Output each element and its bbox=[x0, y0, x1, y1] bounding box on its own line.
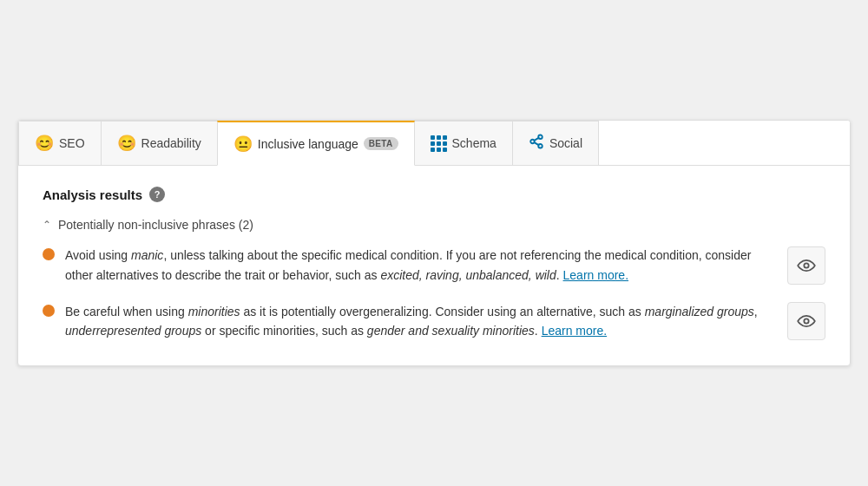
tab-schema-label: Schema bbox=[452, 136, 496, 150]
schema-grid-icon bbox=[431, 135, 447, 152]
help-icon[interactable]: ? bbox=[149, 187, 165, 202]
learn-more-link-2[interactable]: Learn more. bbox=[542, 324, 607, 338]
orange-dot-2 bbox=[43, 305, 55, 317]
eye-icon-1 bbox=[797, 259, 816, 273]
svg-point-6 bbox=[804, 319, 808, 324]
tab-inclusive[interactable]: 😐 Inclusive language Beta bbox=[217, 121, 415, 166]
tab-social[interactable]: Social bbox=[512, 121, 599, 165]
tab-seo-label: SEO bbox=[59, 136, 85, 150]
result-text-1: Avoid using manic, unless talking about … bbox=[65, 246, 777, 285]
seo-face-icon: 😊 bbox=[35, 135, 54, 151]
eye-button-1[interactable] bbox=[787, 246, 825, 285]
analysis-title: Analysis results bbox=[43, 187, 142, 202]
readability-face-icon: 😊 bbox=[117, 135, 136, 151]
svg-line-4 bbox=[534, 138, 538, 141]
orange-dot-1 bbox=[43, 248, 55, 260]
section-label: Potentially non-inclusive phrases (2) bbox=[58, 218, 253, 232]
main-panel: 😊 SEO 😊 Readability 😐 Inclusive language… bbox=[17, 120, 851, 366]
section-toggle[interactable]: ⌃ Potentially non-inclusive phrases (2) bbox=[43, 218, 825, 232]
eye-button-2[interactable] bbox=[787, 302, 825, 340]
tab-readability-label: Readability bbox=[141, 136, 201, 150]
tab-seo[interactable]: 😊 SEO bbox=[18, 121, 102, 165]
tab-bar: 😊 SEO 😊 Readability 😐 Inclusive language… bbox=[18, 121, 850, 166]
eye-icon-2 bbox=[797, 314, 816, 328]
beta-badge: Beta bbox=[364, 137, 398, 150]
result-item-1: Avoid using manic, unless talking about … bbox=[43, 246, 825, 285]
learn-more-link-1[interactable]: Learn more. bbox=[563, 268, 628, 282]
svg-point-5 bbox=[804, 263, 808, 267]
tab-schema[interactable]: Schema bbox=[414, 121, 513, 165]
svg-line-3 bbox=[534, 142, 538, 145]
content-area: Analysis results ? ⌃ Potentially non-inc… bbox=[18, 166, 850, 365]
tab-social-label: Social bbox=[549, 136, 582, 150]
inclusive-face-icon: 😐 bbox=[233, 136, 253, 152]
tab-inclusive-label: Inclusive language bbox=[258, 137, 358, 151]
result-item-2: Be careful when using minorities as it i… bbox=[43, 302, 825, 341]
chevron-up-icon: ⌃ bbox=[43, 219, 51, 231]
social-share-icon bbox=[529, 134, 544, 153]
tab-readability[interactable]: 😊 Readability bbox=[101, 121, 218, 165]
analysis-header: Analysis results ? bbox=[43, 187, 825, 202]
result-text-2: Be careful when using minorities as it i… bbox=[65, 302, 777, 341]
